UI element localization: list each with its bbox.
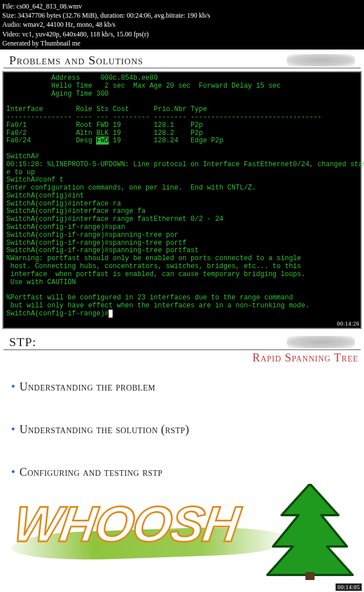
meta-file: File: cs00_642_813_08.wmv — [2, 2, 362, 11]
brand-logo-icon — [287, 54, 355, 67]
bullet-text: Understanding the solution (rstp) — [19, 423, 189, 436]
list-item: • Understanding the solution (rstp) — [11, 423, 358, 436]
terminal-output: Address 000c.854b.ee80 Hello Time 2 sec … — [2, 71, 362, 330]
thumbnail-timestamp-2: 00:14:05 — [336, 583, 362, 591]
file-metadata: File: cs00_642_813_08.wmv Size: 34347706… — [0, 0, 364, 50]
slide2-title: STP: — [9, 335, 36, 350]
slide1-header: Problems and Solutions — [3, 51, 361, 68]
whoosh-graphic: WHOOSH — [0, 484, 364, 581]
cursor-icon — [109, 310, 113, 318]
highlight-fwd: FWD — [96, 137, 109, 145]
slide1-title: Problems and Solutions — [9, 53, 143, 68]
brand-logo-icon — [287, 336, 355, 348]
slide2-header: STP: — [3, 332, 361, 350]
meta-audio: Audio: wmav2, 44100 Hz, mono, 48 kb/s — [2, 20, 362, 29]
svg-marker-0 — [267, 484, 353, 575]
bullet-list: • Understanding the problem • Understand… — [0, 364, 364, 479]
bullet-text: Understanding the problem — [19, 380, 155, 393]
bullet-text: Configuring and testing rstp — [19, 466, 163, 479]
list-item: • Configuring and testing rstp — [11, 466, 358, 479]
meta-video: Video: vc1, yuv420p, 640x480, 118 kb/s, … — [2, 30, 362, 39]
slide2-subtitle: Rapid Spanning Tree — [0, 350, 364, 364]
list-item: • Understanding the problem — [11, 380, 358, 393]
meta-size: Size: 34347706 bytes (32.76 MiB), durati… — [2, 11, 362, 20]
meta-generated: Generated by Thumbnail me — [2, 39, 362, 48]
svg-rect-1 — [305, 572, 315, 580]
bullet-icon: • — [11, 381, 15, 393]
thumbnail-timestamp-1: 00:14:26 — [337, 320, 359, 327]
whoosh-text: WHOOSH — [10, 495, 242, 553]
tree-icon — [264, 484, 355, 581]
bullet-icon: • — [11, 424, 15, 436]
bullet-icon: • — [11, 467, 15, 479]
